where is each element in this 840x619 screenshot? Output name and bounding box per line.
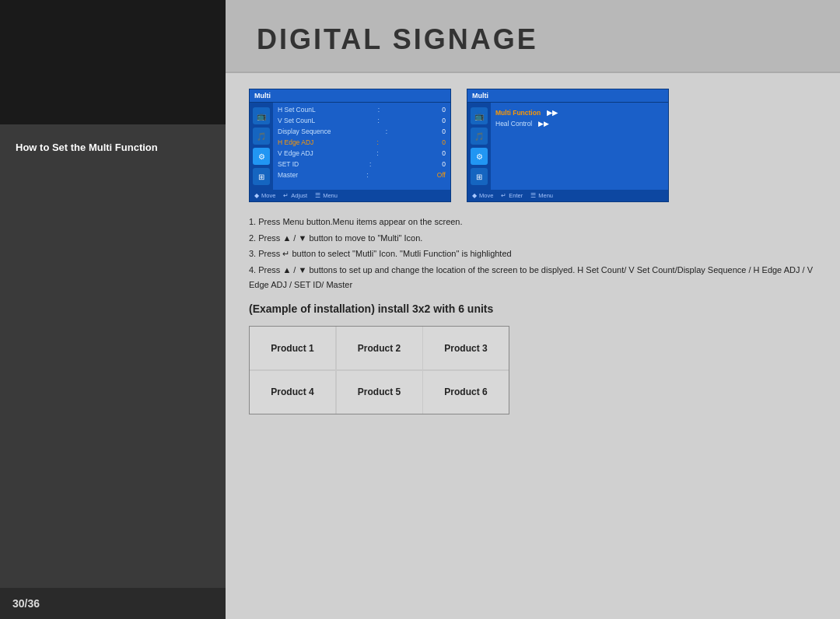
menu-screenshots: Multi 📺 🎵 ⚙ ⊞ H Set CounL : 0	[249, 89, 817, 202]
instruction-3: 3. Press ↵ button to select "Mutli" Icon…	[249, 247, 817, 261]
menu-row-multifunction: Multi Function ▶▶	[495, 107, 663, 118]
menu-row-hset: H Set CounL : 0	[278, 104, 446, 115]
menu-right-rows: Multi Function ▶▶ Heal Control ▶▶	[491, 103, 668, 190]
product-cell-4: Product 4	[250, 371, 335, 414]
menu-left-body: 📺 🎵 ⚙ ⊞ H Set CounL : 0 V Set CounL	[250, 103, 450, 190]
page-header: DIGITAL SIGNAGE	[226, 0, 840, 73]
menu-row-hedge: H Edge ADJ : 0	[278, 137, 446, 148]
menu-right-icons: 📺 🎵 ⚙ ⊞	[467, 103, 491, 190]
product-cell-6: Product 6	[423, 371, 509, 414]
product-cell-3: Product 3	[423, 327, 509, 369]
page-number: 30/36	[0, 588, 226, 619]
instruction-4: 4. Press ▲ / ▼ buttons to set up and cha…	[249, 263, 817, 292]
product-cell-2: Product 2	[337, 327, 422, 369]
page-title: DIGITAL SIGNAGE	[257, 23, 809, 56]
menu-row-vset: V Set CounL : 0	[278, 115, 446, 126]
product-cell-5: Product 5	[337, 371, 422, 414]
icon-tv: 📺	[253, 107, 270, 124]
product-cell-1: Product 1	[250, 327, 335, 369]
menu-right-footer: ◆ Move ↵ Enter ☰ Menu	[467, 190, 668, 201]
icon-gear: ⚙	[253, 148, 270, 165]
menu-left-rows: H Set CounL : 0 V Set CounL : 0 Display …	[273, 103, 450, 190]
icon-music: 🎵	[253, 128, 270, 145]
instruction-2: 2. Press ▲ / ▼ button to move to "Multi"…	[249, 231, 817, 246]
menu-panel-left-header: Multi	[250, 89, 450, 103]
icon-gear-r: ⚙	[471, 148, 488, 165]
menu-panel-right: Multi 📺 🎵 ⚙ ⊞ Multi Function ▶▶	[467, 89, 669, 202]
product-grid: Product 1 Product 2 Product 3 Product 4 …	[249, 326, 509, 414]
icon-grid: ⊞	[253, 168, 270, 185]
menu-row-healcontrol: Heal Control ▶▶	[495, 118, 663, 129]
menu-row-master: Master : Off	[278, 170, 446, 180]
icon-music-r: 🎵	[471, 128, 488, 145]
sidebar-section-title: How to Set the Multi Function	[0, 124, 226, 156]
example-title: (Example of installation) install 3x2 wi…	[249, 303, 817, 315]
menu-left-icons: 📺 🎵 ⚙ ⊞	[250, 103, 273, 190]
menu-row-setid: SET ID : 0	[278, 159, 446, 170]
sidebar-logo-area	[0, 0, 226, 124]
sidebar: How to Set the Multi Function 30/36	[0, 0, 226, 619]
menu-row-display-seq: Display Sequence : 0	[278, 126, 446, 137]
icon-grid-r: ⊞	[471, 168, 488, 185]
menu-right-body: 📺 🎵 ⚙ ⊞ Multi Function ▶▶ Heal Control ▶…	[467, 103, 668, 190]
icon-tv-r: 📺	[471, 107, 488, 124]
main-content: DIGITAL SIGNAGE Multi 📺 🎵 ⚙ ⊞ H Set C	[226, 0, 840, 619]
menu-row-vedge: V Edge ADJ : 0	[278, 148, 446, 159]
instructions-block: 1. Press Menu button.Menu items appear o…	[249, 215, 817, 292]
menu-left-footer: ◆ Move ↵ Adjust ☰ Menu	[250, 190, 450, 201]
instruction-1: 1. Press Menu button.Menu items appear o…	[249, 215, 817, 229]
content-body: Multi 📺 🎵 ⚙ ⊞ H Set CounL : 0	[226, 73, 840, 619]
menu-panel-left: Multi 📺 🎵 ⚙ ⊞ H Set CounL : 0	[249, 89, 451, 202]
menu-panel-right-header: Multi	[467, 89, 668, 103]
